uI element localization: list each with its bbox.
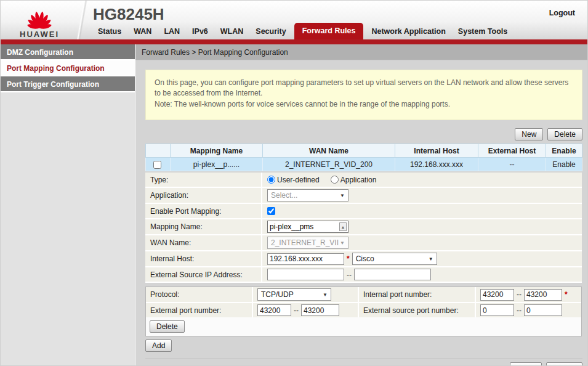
header: HUAWEI HG8245H Logout Status WAN LAN IPv… <box>1 1 587 39</box>
type-label: Type: <box>145 173 262 187</box>
application-select[interactable]: Select... ▼ <box>267 189 348 201</box>
tab-system-tools[interactable]: System Tools <box>452 24 513 39</box>
user-defined-radio[interactable] <box>267 176 275 184</box>
add-button[interactable]: Add <box>145 340 172 352</box>
wan-name-select-value: 2_INTERNET_R_VII <box>271 238 339 247</box>
breadcrumb: Forward Rules > Port Mapping Configurati… <box>135 44 587 60</box>
chevron-down-icon: ▼ <box>429 256 433 262</box>
application-select-value: Select... <box>271 191 297 200</box>
header-diagonal-divider <box>73 1 89 39</box>
type-user-defined-option[interactable]: User-defined <box>267 176 320 184</box>
required-marker: * <box>565 290 568 299</box>
content-area: Forward Rules > Port Mapping Configurati… <box>135 44 587 366</box>
spinner-icon[interactable]: ▲ <box>339 222 347 231</box>
external-port-to-input[interactable] <box>301 304 339 316</box>
required-marker: * <box>347 254 350 263</box>
mapping-name-combo: ▲ <box>267 221 348 233</box>
cell-internal-host: 192.168.xxx.xxx <box>395 158 478 171</box>
external-ip-from-input[interactable] <box>267 269 344 280</box>
cell-external-host: -- <box>478 158 546 171</box>
tab-network-application[interactable]: Network Application <box>365 24 451 39</box>
external-source-port-from-input[interactable] <box>480 304 514 316</box>
external-ip-to-input[interactable] <box>354 269 431 280</box>
protocol-select[interactable]: TCP/UDP ▼ <box>257 288 331 301</box>
tab-status[interactable]: Status <box>92 24 127 39</box>
application-label: Application: <box>145 188 262 203</box>
chevron-down-icon: ▼ <box>323 292 328 298</box>
mapping-name-input[interactable] <box>268 222 329 232</box>
external-source-ip-label: External Source IP Address: <box>145 267 262 282</box>
col-internal-host: Internal Host <box>395 144 478 158</box>
wan-name-label: WAN Name: <box>145 235 262 250</box>
external-port-label: External port number: <box>146 303 252 317</box>
external-port-from-input[interactable] <box>257 304 291 316</box>
cell-mapping-name: pi-plex__p...... <box>171 158 263 171</box>
port-row-delete-button[interactable]: Delete <box>150 320 185 333</box>
device-select-value: Cisco <box>356 254 374 263</box>
application-radio[interactable] <box>331 176 339 184</box>
form-row-enable-port-mapping: Enable Port Mapping: <box>145 204 582 219</box>
form-row-wan-name: WAN Name: 2_INTERNET_R_VII ▼ <box>145 235 582 251</box>
tab-wan[interactable]: WAN <box>127 24 158 39</box>
delete-button[interactable]: Delete <box>547 128 582 140</box>
form-row-type: Type: User-defined Application <box>145 173 582 188</box>
form-row-external-source-ip: External Source IP Address: -- <box>145 267 582 283</box>
mapping-name-label: Mapping Name: <box>145 219 262 234</box>
internal-port-to-input[interactable] <box>524 289 562 301</box>
huawei-flower-icon <box>19 3 60 29</box>
type-application-option[interactable]: Application <box>331 176 377 184</box>
sidebar: DMZ Configuration Port Mapping Configura… <box>1 44 135 366</box>
tab-lan[interactable]: LAN <box>158 24 186 39</box>
top-nav: Status WAN LAN IPv6 WLAN Security Forwar… <box>92 23 513 39</box>
huawei-logo: HUAWEI <box>12 3 67 39</box>
port-settings-section: Protocol: TCP/UDP ▼ Internal port number… <box>145 287 582 336</box>
table-header-row: Mapping Name WAN Name Internal Host Exte… <box>146 144 582 158</box>
chevron-down-icon: ▼ <box>340 240 345 246</box>
range-separator: -- <box>517 306 522 315</box>
col-mapping-name: Mapping Name <box>171 144 263 158</box>
form-row-application: Application: Select... ▼ <box>145 188 582 204</box>
cancel-button[interactable]: Cancel <box>546 362 582 366</box>
chevron-down-icon: ▼ <box>340 193 345 198</box>
range-separator: -- <box>294 306 299 315</box>
accent-bar <box>1 39 587 44</box>
page-note: On this page, you can configure port map… <box>145 70 582 120</box>
table-toolbar: New Delete <box>145 128 582 140</box>
router-admin-page: HUAWEI HG8245H Logout Status WAN LAN IPv… <box>0 0 588 366</box>
tab-forward-rules[interactable]: Forward Rules <box>294 23 364 39</box>
range-separator: -- <box>347 270 352 279</box>
tab-security[interactable]: Security <box>249 24 292 39</box>
tab-ipv6[interactable]: IPv6 <box>186 24 214 39</box>
range-separator: -- <box>517 290 522 299</box>
internal-port-label: Internal port number: <box>359 287 475 302</box>
wan-name-select: 2_INTERNET_R_VII ▼ <box>267 237 348 249</box>
internal-port-from-input[interactable] <box>480 289 514 301</box>
new-button[interactable]: New <box>515 128 543 140</box>
external-source-port-label: External source port number: <box>359 303 475 317</box>
col-wan-name: WAN Name <box>263 144 395 158</box>
internal-host-label: Internal Host: <box>145 251 262 266</box>
table-row[interactable]: pi-plex__p...... 2_INTERNET_R_VID_200 19… <box>146 158 582 171</box>
external-source-port-to-input[interactable] <box>524 304 562 316</box>
protocol-label: Protocol: <box>146 287 252 302</box>
select-column-header <box>146 144 171 158</box>
port-mapping-table: Mapping Name WAN Name Internal Host Exte… <box>145 144 582 171</box>
sidebar-item-port-mapping-configuration[interactable]: Port Mapping Configuration <box>1 60 135 76</box>
note-line-2: Note: The well-known ports for voice ser… <box>155 99 573 110</box>
internal-host-input[interactable] <box>267 253 344 265</box>
row-select-checkbox[interactable] <box>153 161 161 169</box>
enable-port-mapping-label: Enable Port Mapping: <box>145 204 262 218</box>
form-footer: Apply Cancel <box>145 358 582 366</box>
tab-wlan[interactable]: WLAN <box>214 24 250 39</box>
sidebar-item-port-trigger-configuration[interactable]: Port Trigger Configuration <box>1 76 135 92</box>
application-option-label: Application <box>340 176 377 184</box>
apply-button[interactable]: Apply <box>510 362 542 366</box>
note-line-1: On this page, you can configure port map… <box>155 78 573 99</box>
device-select[interactable]: Cisco ▼ <box>352 253 437 265</box>
page-title: HG8245H <box>93 5 164 24</box>
col-external-host: External Host <box>478 144 546 158</box>
sidebar-item-dmz-configuration[interactable]: DMZ Configuration <box>1 44 135 60</box>
user-defined-label: User-defined <box>277 176 320 184</box>
logout-link[interactable]: Logout <box>549 9 575 17</box>
enable-port-mapping-checkbox[interactable] <box>267 207 275 215</box>
